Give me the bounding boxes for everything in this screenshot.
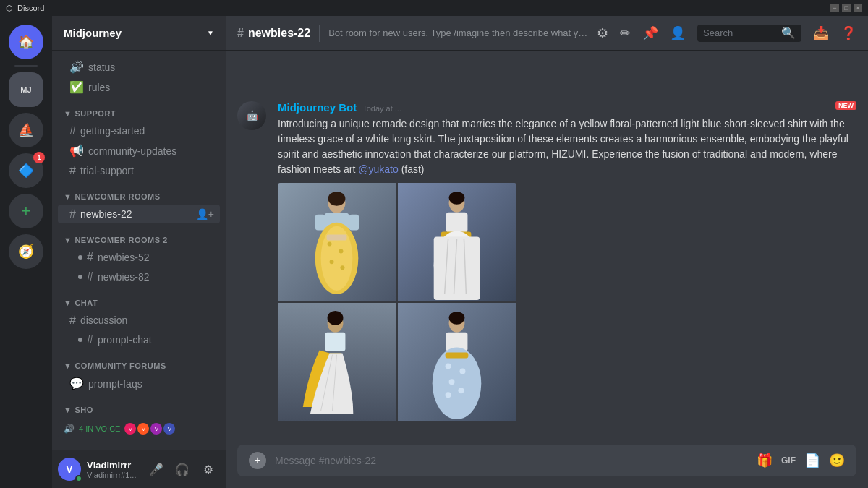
svg-rect-43 [446,353,469,359]
inbox-icon[interactable]: 📥 [813,25,829,41]
close-button[interactable]: × [854,4,862,12]
bot-avatar-icon: 🤖 [246,110,258,121]
svg-point-28 [328,311,344,325]
app-body: 🏠 MJ ⛵ 🔷 1 + 🧭 Midjourney ▼ 🔊 status [0,16,868,488]
category-label-chat: CHAT [75,299,98,307]
svg-point-17 [449,192,465,205]
server-sidebar: 🏠 MJ ⛵ 🔷 1 + 🧭 [0,16,52,488]
notification-badge: 1 [33,152,45,163]
help-icon[interactable]: ❓ [841,25,856,41]
gift-icon[interactable]: 🎁 [757,453,773,468]
chat-area: 🤖 Midjourney Bot Today at ... NEW Introd… [226,51,868,445]
svg-point-9 [328,242,332,247]
channel-list: 🔊 status ✅ rules ▼ SUPPORT # getting-sta… [52,51,226,450]
chevron-icon-6: ▼ [64,406,72,414]
svg-point-41 [458,388,464,393]
svg-rect-29 [326,333,346,351]
attach-button[interactable]: + [249,452,266,469]
gif-icon[interactable]: GIF [781,455,796,466]
category-label-sho: SHO [75,406,93,414]
voice-count: 4 IN VOICE [79,424,120,433]
channel-item-community-updates[interactable]: 📢 community-updates [58,141,220,160]
channel-settings-icon[interactable]: ⚙ [597,25,608,41]
titlebar-controls[interactable]: − □ × [830,4,862,12]
svg-point-39 [459,368,465,374]
message-text: Introducing a unique remade design that … [278,116,856,177]
category-chat[interactable]: ▼ CHAT [52,287,226,310]
message-input-bar: + 🎁 GIF 📄 🙂 [226,445,868,488]
category-newcomer-rooms-2[interactable]: ▼ NEWCOMER ROOMS 2 [52,224,226,247]
message-author: Midjourney Bot [278,101,357,114]
members-icon[interactable]: 👤 [670,25,686,41]
add-server-button[interactable]: + [9,194,43,228]
maximize-button[interactable]: □ [842,4,851,12]
search-icon: 🔍 [781,26,796,40]
add-user-icon[interactable]: 👤+ [196,208,214,220]
server-icon-blue[interactable]: 🔷 1 [9,153,43,188]
chevron-icon: ▼ [64,109,72,118]
message-mention[interactable]: @yukato [358,163,398,175]
user-avatar: V [58,458,81,481]
channel-item-newbies-52[interactable]: # newbies-52 [58,248,220,267]
user-area: V Vladimirrr Vladimirrr#1... 🎤 🎧 ⚙ [52,450,226,488]
channel-item-prompt-faqs[interactable]: 💬 prompt-faqs [58,374,220,393]
image-cell-1 [278,183,396,301]
chevron-icon-4: ▼ [64,299,72,307]
channel-item-getting-started[interactable]: # getting-started [58,121,220,140]
user-controls: 🎤 🎧 ⚙ [145,458,220,481]
channel-name-newbies-52: newbies-52 [98,252,150,263]
mute-button[interactable]: 🎤 [145,458,168,481]
channel-name-newbies-82: newbies-82 [98,271,150,283]
channel-item-rules[interactable]: ✅ rules [58,77,220,97]
edit-icon[interactable]: ✏ [620,25,631,41]
image-cell-3 [278,303,396,421]
channel-description: Bot room for new users. Type /imagine th… [328,27,588,38]
category-label-newcomer-rooms-2: NEWCOMER ROOMS 2 [75,236,167,244]
svg-point-42 [446,392,451,398]
deafen-button[interactable]: 🎧 [171,458,194,481]
category-community-forums[interactable]: ▼ COMMUNITY FORUMS [52,350,226,373]
search-input[interactable] [703,27,777,38]
channel-item-prompt-chat[interactable]: # prompt-chat [58,330,220,349]
channel-item-newbies-22[interactable]: # newbies-22 👤+ [58,205,220,223]
minimize-button[interactable]: − [830,4,839,12]
server-icon-sailboat[interactable]: ⛵ [9,113,43,147]
discord-logo-icon: ⬡ [6,4,13,13]
thread-icon-3: # [87,333,93,346]
server-header[interactable]: Midjourney ▼ [52,16,226,51]
channel-name-header: # newbies-22 [237,27,310,40]
text-channel-icon-2: # [69,164,76,177]
category-sho[interactable]: ▼ SHO [52,394,226,417]
category-newcomer-rooms[interactable]: ▼ NEWCOMER ROOMS [52,181,226,204]
channel-name-community-updates: community-updates [88,145,176,157]
emoji-icon[interactable]: 🙂 [829,453,845,468]
channel-name-text: newbies-22 [248,27,310,40]
settings-button[interactable]: ⚙ [197,458,220,481]
rules-check-icon: ✅ [69,80,84,94]
message-group: 🤖 Midjourney Bot Today at ... NEW Introd… [237,101,856,421]
channel-item-status[interactable]: 🔊 status [58,57,220,77]
server-icon-midjourney[interactable]: MJ [9,72,43,107]
search-bar[interactable]: 🔍 [697,25,801,42]
channel-item-trial-support[interactable]: # trial-support [58,161,220,180]
username: Vladimirrr [87,460,139,471]
message-header-row: Midjourney Bot Today at ... NEW [278,101,856,116]
category-support[interactable]: ▼ SUPPORT [52,98,226,121]
voice-avatar-3: V [150,423,162,435]
svg-point-10 [339,249,343,253]
sticker-icon[interactable]: 📄 [804,453,820,468]
message-input[interactable] [275,455,748,466]
main-content: # newbies-22 Bot room for new users. Typ… [226,16,868,488]
channel-item-newbies-82[interactable]: # newbies-82 [58,267,220,286]
chevron-icon-3: ▼ [64,236,72,244]
explore-servers-button[interactable]: 🧭 [9,234,43,269]
server-icon-home[interactable]: 🏠 [9,25,43,59]
pin-icon[interactable]: 📌 [642,25,658,41]
channel-name-prompt-faqs: prompt-faqs [88,378,142,390]
category-label-community-forums: COMMUNITY FORUMS [75,361,166,370]
thread-icon-1: # [87,251,93,264]
channel-item-discussion[interactable]: # discussion [58,311,220,330]
chevron-down-icon: ▼ [207,29,214,37]
status-dot [75,475,82,482]
svg-rect-6 [349,215,359,231]
